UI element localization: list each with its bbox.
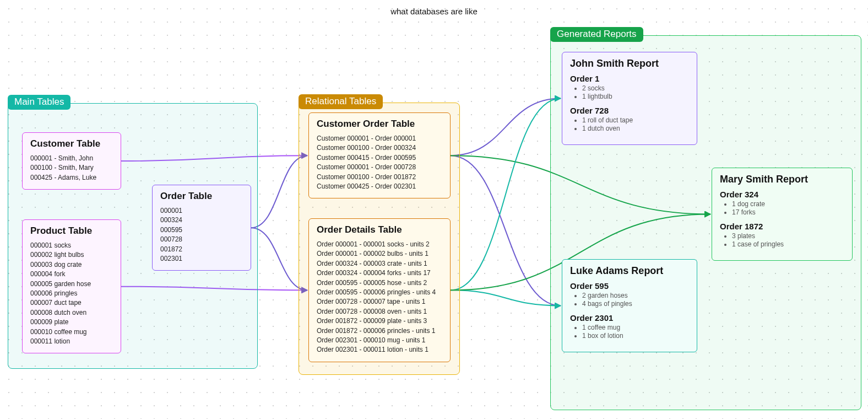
diagram-canvas[interactable]: what databases are like Main Tables Rela… <box>0 0 868 419</box>
table-row: Order 000001 - 000002 bulbs - units 1 <box>317 249 442 259</box>
table-row: 000002 light bulbs <box>30 250 113 260</box>
report-order-title: Order 728 <box>570 106 689 115</box>
table-row: 000595 <box>160 225 243 235</box>
report-order-title: Order 1872 <box>720 222 844 231</box>
node-report-mary[interactable]: Mary Smith Report Order 3241 dog crate17… <box>712 168 853 261</box>
table-row: 000001 socks <box>30 241 113 250</box>
table-row: Customer 000425 - Order 002301 <box>317 182 442 191</box>
table-row: Order 002301 - 000010 mug - units 1 <box>317 336 442 345</box>
table-row: Order 000595 - 000005 hose - units 2 <box>317 278 442 288</box>
table-row: 000009 plate <box>30 318 113 327</box>
node-report-john-body: Order 12 socks1 lightbulbOrder 7281 roll… <box>570 74 689 132</box>
report-order-item: 2 garden hoses <box>582 292 689 299</box>
group-relational-tables-label: Relational Tables <box>299 94 383 109</box>
table-row: Order 000324 - 000003 crate - units 1 <box>317 259 442 268</box>
node-product-table-title: Product Table <box>30 225 113 237</box>
node-product-table-rows: 000001 socks000002 light bulbs000003 dog… <box>30 241 113 346</box>
report-order: Order 5952 garden hoses4 bags of pingles <box>570 281 689 308</box>
edge <box>451 290 561 305</box>
node-order-details-table[interactable]: Order Details Table Order 000001 - 00000… <box>308 218 451 362</box>
report-order-item: 2 socks <box>582 84 689 92</box>
node-customer-table-title: Customer Table <box>30 138 113 149</box>
table-row: Order 000001 - 000001 socks - units 2 <box>317 240 442 249</box>
table-row: Customer 000001 - Order 000728 <box>317 163 442 172</box>
node-customer-order-table[interactable]: Customer Order Table Customer 000001 - O… <box>308 112 451 198</box>
table-row: 001872 <box>160 245 243 254</box>
table-row: 000001 <box>160 206 243 216</box>
node-product-table[interactable]: Product Table 000001 socks000002 light b… <box>22 219 121 353</box>
report-order-item: 4 bags of pingles <box>582 300 689 308</box>
table-row: 000100 - Smith, Mary <box>30 163 113 173</box>
table-row: 000728 <box>160 235 243 244</box>
edge <box>451 155 561 305</box>
report-order-item: 1 roll of duct tape <box>582 116 689 124</box>
node-report-luke-title: Luke Adams Report <box>570 265 689 277</box>
report-order-title: Order 595 <box>570 281 689 291</box>
table-row: Order 000324 - 000004 forks - units 17 <box>317 268 442 278</box>
report-order-item: 3 plates <box>732 232 844 240</box>
node-customer-table-rows: 000001 - Smith, John000100 - Smith, Mary… <box>30 154 113 182</box>
report-order-item: 1 dutch oven <box>582 125 689 132</box>
report-order-item: 1 coffee mug <box>582 324 689 331</box>
node-customer-order-table-title: Customer Order Table <box>317 119 442 130</box>
report-order-items: 2 socks1 lightbulb <box>570 84 689 100</box>
node-order-table[interactable]: Order Table 0000010003240005950007280018… <box>152 185 251 271</box>
table-row: Order 000728 - 000007 tape - units 1 <box>317 297 442 307</box>
group-main-tables-label: Main Tables <box>8 95 70 110</box>
report-order-items: 1 dog crate17 forks <box>720 200 844 216</box>
node-report-luke[interactable]: Luke Adams Report Order 5952 garden hose… <box>562 259 697 352</box>
report-order: Order 18723 plates1 case of pringles <box>720 222 844 248</box>
table-row: Order 002301 - 000011 lotion - units 1 <box>317 345 442 354</box>
report-order: Order 7281 roll of duct tape1 dutch oven <box>570 106 689 132</box>
table-row: 002301 <box>160 254 243 264</box>
report-order-item: 1 lightbulb <box>582 93 689 100</box>
report-order: Order 23011 coffee mug1 box of lotion <box>570 313 689 340</box>
node-report-luke-body: Order 5952 garden hoses4 bags of pingles… <box>570 281 689 340</box>
table-row: 000011 lotion <box>30 337 113 346</box>
table-row: 000010 coffee mug <box>30 327 113 337</box>
node-customer-table[interactable]: Customer Table 000001 - Smith, John00010… <box>22 132 121 190</box>
node-order-table-title: Order Table <box>160 191 243 202</box>
report-order: Order 12 socks1 lightbulb <box>570 74 689 100</box>
report-order-title: Order 1 <box>570 74 689 83</box>
table-row: Customer 000100 - Order 000324 <box>317 143 442 153</box>
node-order-table-rows: 000001000324000595000728001872002301 <box>160 206 243 264</box>
table-row: 000008 dutch oven <box>30 308 113 318</box>
report-order-items: 2 garden hoses4 bags of pingles <box>570 292 689 308</box>
table-row: 000003 dog crate <box>30 260 113 270</box>
table-row: 000007 duct tape <box>30 298 113 308</box>
report-order-item: 1 case of pringles <box>732 240 844 248</box>
node-report-mary-body: Order 3241 dog crate17 forksOrder 18723 … <box>720 190 844 248</box>
table-row: Order 000595 - 000006 pringles - units 4 <box>317 288 442 297</box>
report-order-items: 3 plates1 case of pringles <box>720 232 844 248</box>
table-row: 000001 - Smith, John <box>30 154 113 163</box>
node-report-john-title: John Smith Report <box>570 58 689 69</box>
page-title: what databases are like <box>0 7 868 16</box>
report-order-title: Order 2301 <box>570 313 689 323</box>
report-order-item: 1 dog crate <box>732 200 844 208</box>
table-row: Order 001872 - 000009 plate - units 3 <box>317 316 442 326</box>
table-row: 000004 fork <box>30 270 113 279</box>
table-row: 000425 - Adams, Luke <box>30 173 113 182</box>
report-order-item: 17 forks <box>732 208 844 216</box>
table-row: 000006 pringles <box>30 289 113 298</box>
group-generated-reports-label: Generated Reports <box>550 27 643 42</box>
report-order-item: 1 box of lotion <box>582 332 689 340</box>
report-order-title: Order 324 <box>720 190 844 199</box>
node-report-mary-title: Mary Smith Report <box>720 174 844 185</box>
node-customer-order-table-rows: Customer 000001 - Order 000001Customer 0… <box>317 134 442 191</box>
table-row: Customer 000001 - Order 000001 <box>317 134 442 143</box>
report-order: Order 3241 dog crate17 forks <box>720 190 844 216</box>
edge <box>451 99 561 156</box>
node-order-details-table-rows: Order 000001 - 000001 socks - units 2Ord… <box>317 240 442 355</box>
node-order-details-table-title: Order Details Table <box>317 224 442 235</box>
table-row: Customer 000415 - Order 000595 <box>317 153 442 163</box>
report-order-items: 1 roll of duct tape1 dutch oven <box>570 116 689 132</box>
table-row: Customer 000100 - Order 001872 <box>317 173 442 182</box>
node-report-john[interactable]: John Smith Report Order 12 socks1 lightb… <box>562 52 697 145</box>
report-order-items: 1 coffee mug1 box of lotion <box>570 324 689 340</box>
table-row: Order 001872 - 000006 princles - units 1 <box>317 326 442 336</box>
table-row: 000005 garden hose <box>30 280 113 289</box>
table-row: Order 000728 - 000008 oven - units 1 <box>317 307 442 316</box>
table-row: 000324 <box>160 216 243 225</box>
